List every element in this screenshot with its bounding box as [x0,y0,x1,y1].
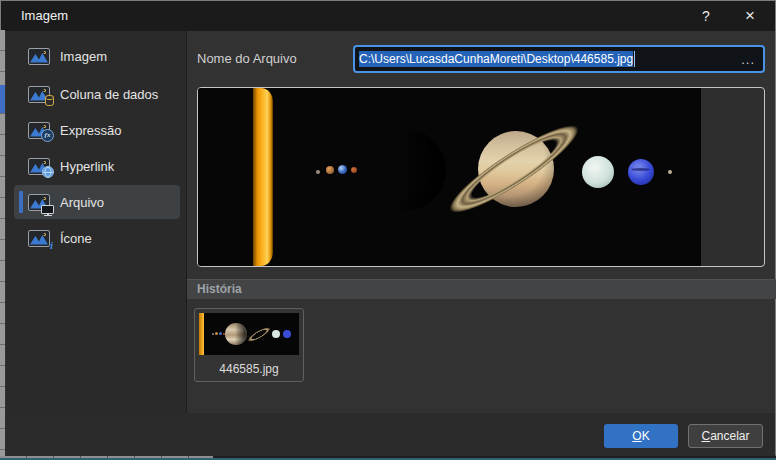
window-title: Imagem [21,1,68,31]
sidebar-item-label: Coluna de dados [60,87,158,102]
preview-image [198,88,701,266]
text-caret [634,51,635,67]
background-app-row-headers [0,30,5,456]
sidebar-item-imagem[interactable]: Imagem [14,39,180,73]
planet-mars [351,167,357,173]
planet-venus [326,166,334,174]
sun-edge [253,88,273,266]
close-button[interactable]: × [733,1,767,31]
image-glyph-icon [28,230,50,247]
planet-earth-mini [219,332,222,335]
image-data-column-icon [28,86,50,103]
ok-button[interactable]: OK [604,424,678,448]
sidebar-item-label: Hyperlink [60,159,114,174]
planet-uranus [582,156,614,188]
filename-selected-text: C:\Users\LucasdaCunhaMoreti\Desktop\4465… [359,51,633,67]
thumbnail-image [199,313,299,355]
help-button[interactable]: ? [689,1,723,31]
image-file-icon [28,194,50,211]
image-icon [28,48,50,65]
thumbnail-caption: 446585.jpg [195,362,303,376]
planet-earth [338,165,347,174]
image-hyperlink-icon [28,158,50,175]
footer: OK Cancelar [2,413,775,456]
sidebar-item-arquivo[interactable]: Arquivo [14,185,180,219]
sidebar-item-expressao[interactable]: Expressão [14,113,180,147]
filename-label: Nome do Arquivo [197,51,297,66]
titlebar: Imagem ? × [1,1,775,31]
planet-neptune-mini [283,330,291,338]
planet-mercury-mini [212,333,214,335]
image-expression-icon [28,122,50,139]
sidebar: Imagem Coluna de dados Expressão Hyperli… [6,31,187,413]
sidebar-item-icone[interactable]: Ícone [14,221,180,255]
planet-neptune [628,159,654,185]
sidebar-item-coluna-de-dados[interactable]: Coluna de dados [14,77,180,111]
planet-uranus-mini [272,330,280,338]
sidebar-item-hyperlink[interactable]: Hyperlink [14,149,180,183]
history-thumbnail[interactable]: 446585.jpg [194,308,304,382]
background-app-bottom [0,456,776,460]
sidebar-item-label: Imagem [60,49,107,64]
sidebar-item-label: Expressão [60,123,121,138]
browse-button[interactable]: ... [741,52,755,67]
background-app-selected-rows [0,85,5,113]
sidebar-item-label: Arquivo [60,195,104,210]
image-dialog: Imagem ? × Imagem Coluna de dados Expres… [0,0,776,456]
history-header: História [187,279,776,299]
planet-venus-mini [215,332,218,335]
image-preview [197,87,765,267]
filename-input[interactable]: C:\Users\LucasdaCunhaMoreti\Desktop\4465… [353,45,765,73]
planet-mercury [316,170,320,174]
sun-edge-mini [199,313,204,355]
saturn-rings [423,100,604,237]
cancel-button[interactable]: Cancelar [688,424,763,448]
planet-pluto [668,170,672,174]
sidebar-item-label: Ícone [60,231,92,246]
